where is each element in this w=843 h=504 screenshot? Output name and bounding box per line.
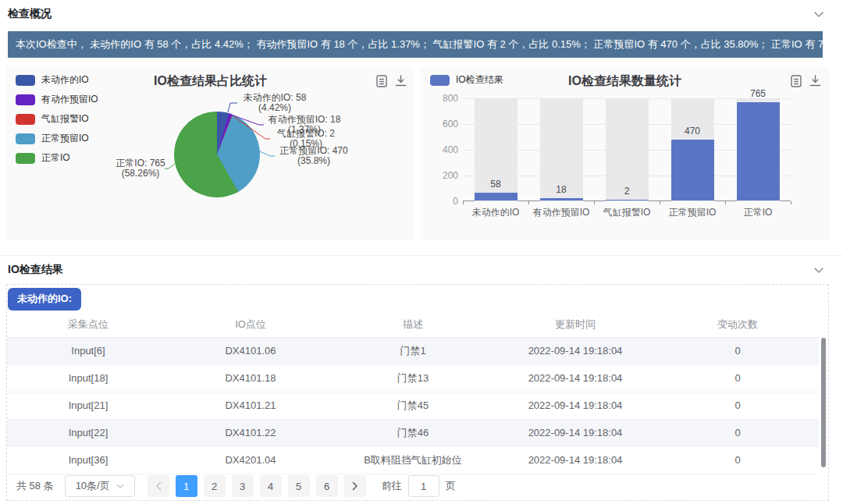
axis-tick: [463, 201, 464, 204]
table-scrollbar[interactable]: [821, 338, 826, 467]
table-cell: Input[22]: [7, 419, 169, 446]
goto-label: 前往: [382, 479, 402, 493]
page-size-value: 10条/页: [76, 479, 110, 493]
filter-button[interactable]: 未动作的IO:: [8, 288, 81, 311]
table-row: Input[21]DX4101.21门禁452022-09-14 19:18:0…: [7, 392, 819, 419]
results-header[interactable]: IO检查结果: [0, 256, 843, 284]
summary-banner: 本次IO检查中， 未动作的IO 有 58 个，占比 4.42%； 有动作预留IO…: [8, 31, 823, 58]
table-row: Input[18]DX4101.18门禁132022-09-14 19:18:0…: [7, 364, 819, 392]
overview-header[interactable]: 检查概况: [0, 0, 843, 28]
prev-page-button[interactable]: [148, 475, 169, 497]
x-tick-label: 有动作预留IO: [533, 206, 590, 219]
results-panel: 未动作的IO: 采集点位IO点位描述更新时间变动次数 Input[6]DX410…: [6, 284, 829, 501]
bar[interactable]: [606, 200, 649, 201]
page-button[interactable]: 5: [288, 475, 310, 497]
table-column-header: 更新时间: [494, 312, 656, 337]
page-button[interactable]: 2: [204, 475, 226, 497]
bar-value-label: 765: [750, 88, 766, 99]
results-table: 采集点位IO点位描述更新时间变动次数 Input[6]DX4101.06门禁12…: [7, 312, 819, 474]
y-tick-label: 400: [429, 144, 458, 155]
bar[interactable]: [671, 140, 714, 201]
table-cell: 2022-09-14 19:18:04: [494, 446, 656, 474]
table-cell: Input[36]: [7, 446, 169, 474]
x-tick-label: 气缸报警IO: [603, 206, 651, 219]
pie-chart-panel: 未动作的IO有动作预留IO气缸报警IO正常预留IO正常IO IO检查结果占比统计…: [6, 67, 414, 240]
pie-slice-label: 正常预留IO: 470(35.8%): [279, 146, 347, 166]
bar-toolbox: [791, 75, 821, 87]
bar-chart-title: IO检查结果数量统计: [421, 73, 829, 90]
axis-tick: [594, 201, 595, 204]
page-unit-label: 页: [446, 479, 456, 493]
table-cell: 门禁13: [332, 364, 494, 392]
results-section: IO检查结果 未动作的IO: 采集点位IO点位描述更新时间变动次数 Input[…: [0, 256, 843, 501]
table-cell: DX4101.21: [169, 392, 332, 419]
charts-row: 未动作的IO有动作预留IO气缸报警IO正常预留IO正常IO IO检查结果占比统计…: [6, 67, 829, 240]
bar-plot-area: 58182470765: [463, 98, 791, 201]
table-cell: 0: [656, 337, 819, 364]
goto-page-input[interactable]: [408, 475, 439, 497]
pager-pages: 123456: [173, 475, 341, 497]
table-row: Input[22]DX4101.22门禁462022-09-14 19:18:0…: [7, 419, 819, 446]
y-tick-label: 0: [429, 196, 458, 207]
table-header: 采集点位IO点位描述更新时间变动次数: [7, 312, 819, 337]
page-button[interactable]: 6: [316, 475, 338, 497]
bar[interactable]: [737, 102, 780, 201]
pie-slice-label: 正常IO: 765(58.26%): [116, 158, 165, 179]
pie-label-percent: (4.42%): [244, 103, 307, 113]
bar-value-label: 2: [624, 186, 630, 197]
pie-slice-label: 未动作的IO: 58(4.42%): [244, 93, 307, 113]
table-column-header: 采集点位: [7, 312, 169, 337]
bar-value-label: 470: [685, 126, 700, 137]
chevron-down-icon: [116, 484, 124, 489]
table-cell: 0: [656, 446, 819, 474]
x-tick-label: 正常IO: [744, 206, 773, 219]
y-tick-label: 600: [429, 119, 458, 130]
next-page-button[interactable]: [344, 475, 366, 497]
table-cell: DX4101.18: [169, 364, 332, 392]
x-tick-label: 正常预留IO: [669, 206, 717, 219]
table-cell: B取料阻挡气缸初始位: [332, 446, 494, 474]
download-icon[interactable]: [809, 75, 821, 87]
bar-chart-panel: IO检查结果 IO检查结果数量统计 8006004002000 58182470…: [421, 67, 829, 240]
table-cell: Input[21]: [7, 392, 169, 419]
table-cell: 门禁46: [332, 419, 494, 446]
pie-label-percent: (35.8%): [279, 156, 347, 166]
table-row: Input[36]DX4201.04B取料阻挡气缸初始位2022-09-14 1…: [7, 446, 819, 474]
axis-tick: [791, 201, 791, 204]
page-size-select[interactable]: 10条/页: [65, 475, 135, 497]
table-cell: 门禁45: [332, 392, 494, 419]
pie-label-percent: (58.26%): [116, 169, 165, 179]
table-cell: DX4201.04: [169, 446, 332, 474]
page-button[interactable]: 3: [232, 475, 254, 497]
table-row: Input[6]DX4101.06门禁12022-09-14 19:18:040: [7, 337, 819, 364]
pagination-total: 共 58 条: [16, 479, 54, 493]
chevron-down-icon[interactable]: [813, 11, 824, 18]
results-title: IO检查结果: [8, 263, 63, 277]
bar-value-label: 58: [490, 179, 500, 190]
table-cell: 2022-09-14 19:18:04: [494, 392, 656, 419]
chevron-left-icon: [155, 481, 162, 491]
table-cell: Input[18]: [7, 364, 169, 392]
bar[interactable]: [475, 193, 518, 201]
table-cell: 0: [656, 419, 819, 446]
table-cell: 2022-09-14 19:18:04: [494, 337, 656, 364]
page-button[interactable]: 4: [260, 475, 282, 497]
y-tick-label: 200: [429, 170, 458, 181]
table-cell: DX4101.06: [169, 337, 332, 364]
chevron-right-icon: [352, 481, 358, 491]
axis-tick: [528, 201, 529, 204]
table-cell: 2022-09-14 19:18:04: [494, 419, 656, 446]
chevron-down-icon[interactable]: [813, 267, 824, 274]
y-tick-label: 800: [429, 93, 458, 104]
overview-title: 检查概况: [8, 7, 52, 21]
table-cell: 0: [656, 392, 819, 419]
table-cell: 0: [656, 364, 819, 392]
table-cell: DX4101.22: [169, 419, 332, 446]
bar[interactable]: [540, 198, 583, 201]
page-button[interactable]: 1: [176, 475, 197, 497]
table-column-header: 变动次数: [656, 312, 819, 337]
pagination: 共 58 条 10条/页 123456 前往 页: [7, 472, 828, 500]
table-column-header: 描述: [332, 312, 494, 337]
axis-tick: [660, 201, 660, 204]
data-view-icon[interactable]: [791, 75, 802, 87]
